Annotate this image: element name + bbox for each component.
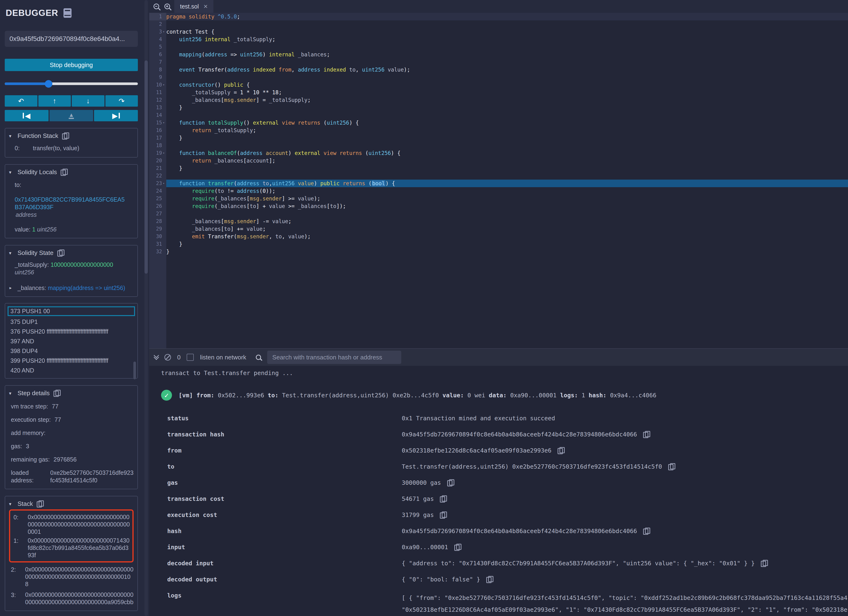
copy-icon[interactable] <box>454 544 461 551</box>
line-number-gutter[interactable]: 10▾ <box>149 81 166 89</box>
tx-detail-value[interactable]: { "address to": "0x71430Fd8c82cC7b991A84… <box>402 560 767 567</box>
opcode-item[interactable]: 375 DUP1 <box>7 317 135 327</box>
opcode-item[interactable]: 373 PUSH1 00 <box>7 306 135 316</box>
tx-detail-value[interactable]: 31799 gas <box>402 512 446 519</box>
code-line[interactable]: 6 mapping(address => uint256) internal _… <box>149 51 848 58</box>
step-back-button[interactable]: ↑ <box>39 95 71 107</box>
tx-detail-value[interactable]: [ { "from": "0xe2be527760c7503716dfe923f… <box>402 592 847 616</box>
line-number-gutter[interactable]: 5 <box>149 43 166 51</box>
copy-icon[interactable] <box>668 463 675 470</box>
tx-detail-value[interactable]: 3000000 gas <box>402 479 454 486</box>
code-line[interactable]: 12 _balances[msg.sender] = _totalSupply; <box>149 96 848 104</box>
stack-item[interactable]: 0:0x000000000000000000000000000000000000… <box>12 514 131 536</box>
code-line[interactable]: 15▾ function totalSupply() external view… <box>149 119 848 126</box>
terminal-content[interactable]: transact to Test.transfer pending ... ✓ … <box>149 366 848 616</box>
line-number-gutter[interactable]: 31 <box>149 240 166 248</box>
tab-test-sol[interactable]: test.sol × <box>174 0 213 13</box>
line-number-gutter[interactable]: 13 <box>149 104 166 111</box>
code-line[interactable]: 10▾ constructor() public { <box>149 81 848 89</box>
code-line[interactable]: 20 return _balances[account]; <box>149 157 848 165</box>
code-line[interactable]: 13 } <box>149 104 848 111</box>
local-to-value[interactable]: 0x71430FD8C82CC7B991A8455FC6EA5B37A06D39… <box>15 196 126 211</box>
code-line[interactable]: 4 uint256 internal _totalSupply; <box>149 36 848 43</box>
line-number-gutter[interactable]: 28 <box>149 218 166 225</box>
tx-detail-value[interactable]: { "0": "bool: false" } <box>402 576 492 583</box>
line-number-gutter[interactable]: 22 <box>149 172 166 180</box>
step-details-header[interactable]: ▾ Step details <box>9 389 133 397</box>
code-line[interactable]: 21 } <box>149 165 848 172</box>
copy-icon[interactable] <box>447 479 454 486</box>
line-number-gutter[interactable]: 21 <box>149 165 166 172</box>
code-line[interactable]: 9 <box>149 73 848 81</box>
slider-thumb[interactable] <box>45 80 52 88</box>
trace-slider[interactable] <box>5 80 138 87</box>
line-number-gutter[interactable]: 8 <box>149 66 166 73</box>
copy-icon[interactable] <box>62 132 68 140</box>
line-number-gutter[interactable]: 19▾ <box>149 149 166 157</box>
fold-caret-icon[interactable]: ▾ <box>162 81 165 89</box>
copy-icon[interactable] <box>761 560 767 567</box>
line-number-gutter[interactable]: 23▾ <box>149 180 166 187</box>
function-stack-header[interactable]: ▾ Function Stack <box>9 132 133 140</box>
jump-out-button[interactable]: ▲ <box>49 110 93 121</box>
code-line[interactable]: 11 _totalSupply = 1 * 10 ** 18; <box>149 89 848 96</box>
copy-icon[interactable] <box>486 576 492 583</box>
tx-detail-value[interactable]: 0xa90...00001 <box>402 544 461 551</box>
opcode-item[interactable]: 399 PUSH20 fffffffffffffffffffffffffffff… <box>7 356 135 365</box>
code-line[interactable]: 25 require(_balances[msg.sender] >= valu… <box>149 195 848 202</box>
fold-caret-icon[interactable]: ▾ <box>162 119 165 126</box>
copy-icon[interactable] <box>643 528 649 535</box>
tx-hash-input[interactable] <box>5 31 138 47</box>
code-line[interactable]: 32} <box>149 248 848 255</box>
code-line[interactable]: 17 } <box>149 134 848 142</box>
copy-icon[interactable] <box>37 500 43 508</box>
fold-caret-icon[interactable]: ▾ <box>162 149 165 157</box>
tx-detail-value[interactable]: 0x502318efbe1226d8c6ac4af05ae09f03ae2993… <box>402 447 564 454</box>
line-number-gutter[interactable]: 1 <box>149 13 166 20</box>
clear-console-icon[interactable] <box>165 354 171 361</box>
tx-detail-value[interactable]: 0x1 Transaction mined and execution succ… <box>402 415 555 422</box>
line-number-gutter[interactable]: 29 <box>149 225 166 233</box>
close-icon[interactable]: × <box>203 3 208 10</box>
docs-book-icon[interactable] <box>64 8 71 18</box>
copy-icon[interactable] <box>440 512 446 519</box>
copy-icon[interactable] <box>440 496 446 503</box>
line-number-gutter[interactable]: 20 <box>149 157 166 165</box>
jump-previous-breakpoint-button[interactable]: ◀ <box>5 110 49 121</box>
panel-scrollbar-thumb[interactable] <box>144 61 148 274</box>
opcode-item[interactable]: 376 PUSH20 fffffffffffffffffffffffffffff… <box>7 327 135 337</box>
code-line[interactable]: 19▾ function balanceOf(address account) … <box>149 149 848 157</box>
copy-icon[interactable] <box>53 390 60 397</box>
step-over-forward-button[interactable]: ↷ <box>105 95 138 107</box>
stack-item[interactable]: 3:0x000000000000000000000000000000000000… <box>9 591 133 606</box>
line-number-gutter[interactable]: 27 <box>149 210 166 218</box>
code-line[interactable]: 2 <box>149 20 848 28</box>
code-lines[interactable]: 1pragma solidity ^0.5.0;23▾contract Test… <box>149 13 848 348</box>
line-number-gutter[interactable]: 25 <box>149 195 166 202</box>
solidity-state-header[interactable]: ▾ Solidity State <box>9 249 133 257</box>
copy-icon[interactable] <box>61 169 67 176</box>
caret-right-icon[interactable]: ▸ <box>9 284 14 292</box>
tx-detail-value[interactable]: 54671 gas <box>402 496 446 503</box>
line-number-gutter[interactable]: 15▾ <box>149 119 166 126</box>
solidity-locals-header[interactable]: ▾ Solidity Locals <box>9 168 133 176</box>
line-number-gutter[interactable]: 4 <box>149 36 166 43</box>
stack-header[interactable]: ▾ Stack <box>9 500 133 508</box>
line-number-gutter[interactable]: 16 <box>149 126 166 134</box>
code-line[interactable]: 18 <box>149 142 848 149</box>
code-line[interactable]: 8 event Transfer(address indexed from, a… <box>149 66 848 73</box>
line-number-gutter[interactable]: 32 <box>149 248 166 255</box>
code-line[interactable]: 30 emit Transfer(msg.sender, to, value); <box>149 233 848 240</box>
zoom-out-icon[interactable] <box>154 4 159 9</box>
stop-debugging-button[interactable]: Stop debugging <box>5 59 138 71</box>
listen-on-network-checkbox[interactable] <box>187 354 194 361</box>
tx-detail-value[interactable]: Test.transfer(address,uint256) 0xe2be527… <box>402 463 675 470</box>
tx-summary-row[interactable]: ✓ [vm] from: 0x502...993e6 to: Test.tran… <box>161 390 848 401</box>
opcode-item[interactable]: 398 DUP4 <box>7 346 135 356</box>
line-number-gutter[interactable]: 18 <box>149 142 166 149</box>
code-line[interactable]: 28 _balances[msg.sender] -= value; <box>149 218 848 225</box>
step-over-back-button[interactable]: ↶ <box>5 95 37 107</box>
jump-next-breakpoint-button[interactable]: ▶ <box>94 110 138 121</box>
line-number-gutter[interactable]: 2 <box>149 20 166 28</box>
state-balances[interactable]: ▸ _balances: mapping(address => uint256) <box>9 284 133 292</box>
